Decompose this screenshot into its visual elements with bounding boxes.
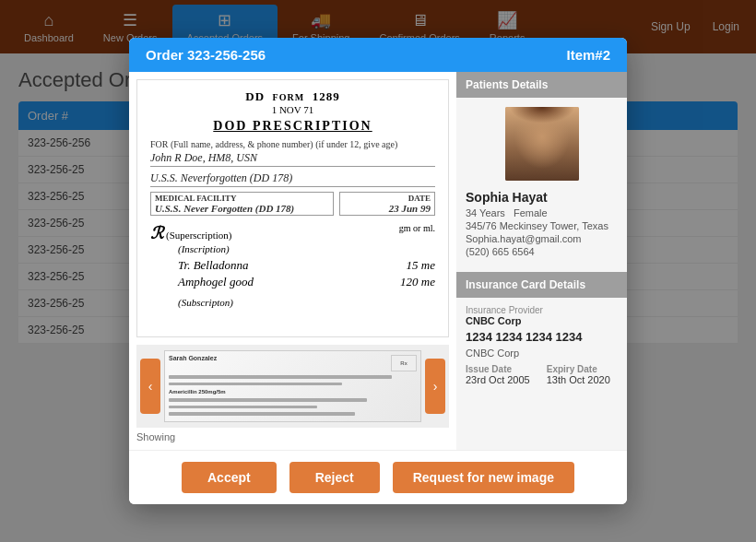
insurance-issue-date: Issue Date 23rd Oct 2005	[466, 364, 530, 385]
order-detail-modal: Order 323-256-256 Item#2 DD FORM 1289	[129, 38, 627, 504]
modal-order-title: Order 323-256-256	[146, 47, 266, 63]
patient-email: Sophia.hayat@gmail.com	[466, 233, 618, 244]
insurance-dates: Issue Date 23rd Oct 2005 Expiry Date 13t…	[466, 364, 618, 385]
carousel-prev-button[interactable]: ‹	[140, 359, 160, 414]
accept-button[interactable]: Accept	[182, 462, 277, 493]
rx-patient-name: John R Doe, HM8, USN	[150, 151, 435, 167]
thumb-content: Sarah Gonzalez Rx Americillin 250mg/5m	[165, 351, 420, 421]
insurance-provider-name: CNBC Corp	[466, 315, 618, 326]
rx-facility-box: MEDICAL FACILITY U.S.S. Never Forgotten …	[150, 192, 334, 216]
insurance-details-header: Insurance Card Details	[456, 272, 627, 298]
reject-button[interactable]: Reject	[289, 462, 380, 493]
modal-patient-panel: Patients Details Sophia Hayat 34 Years F…	[456, 72, 627, 450]
modal-item-label: Item#2	[566, 47, 610, 63]
carousel-next-button[interactable]: ›	[425, 359, 445, 414]
rx-facility-row: MEDICAL FACILITY U.S.S. Never Forgotten …	[150, 192, 435, 216]
image-carousel: ‹ Sarah Gonzalez Rx Americillin 250mg/5m	[136, 345, 449, 428]
rx-drug-list: Tr. Belladonna 15 me Amphogel good 120 m…	[178, 258, 435, 289]
modal-footer: Accept Reject Request for new image	[129, 450, 627, 504]
page-content: Accepted Orders Order # 323-256-256 323-…	[0, 53, 756, 542]
patient-name: Sophia Hayat	[466, 190, 618, 205]
insurance-corp-label: CNBC Corp	[466, 348, 618, 359]
insurance-expiry-date: Expiry Date 13th Oct 2020	[547, 364, 610, 385]
insurance-card-number: 1234 1234 1234 1234	[466, 330, 618, 344]
rx-for-label: FOR (Full name, address, & phone number)…	[150, 139, 435, 149]
patient-info: Sophia Hayat 34 Years Female 345/76 Meck…	[456, 190, 627, 266]
rx-inscription-label: (Inscription)	[178, 243, 435, 254]
prescription-image: DD FORM 1289 1 NOV 71 DOD PRESCRIPTION F…	[136, 79, 449, 337]
patient-phone: (520) 665 6564	[466, 246, 618, 257]
modal-overlay: Order 323-256-256 Item#2 DD FORM 1289	[0, 0, 756, 542]
patient-photo	[505, 107, 579, 181]
rx-drug-1: Tr. Belladonna 15 me	[178, 258, 435, 273]
patient-address: 345/76 Meckinsey Tower, Texas	[466, 220, 618, 231]
patient-age-gender: 34 Years Female	[466, 207, 618, 218]
rx-date-box: DATE 23 Jun 99	[339, 192, 435, 216]
rx-address: U.S.S. Neverforgotten (DD 178)	[150, 171, 435, 187]
carousel-showing-text: Showing	[136, 431, 449, 442]
modal-header: Order 323-256-256 Item#2	[129, 38, 627, 72]
insurance-info: Insurance Provider CNBC Corp 1234 1234 1…	[456, 298, 627, 393]
rx-header: DD FORM 1289 1 NOV 71	[150, 89, 435, 115]
request-new-image-button[interactable]: Request for new image	[393, 462, 574, 493]
rx-superscription: ℛ (Superscription) gm or ml.	[150, 223, 435, 243]
modal-prescription-panel: DD FORM 1289 1 NOV 71 DOD PRESCRIPTION F…	[129, 72, 456, 450]
insurance-provider-label: Insurance Provider	[466, 305, 618, 315]
rx-title: DOD PRESCRIPTION	[150, 119, 435, 134]
patient-photo-visual	[505, 107, 579, 181]
carousel-thumbnail[interactable]: Sarah Gonzalez Rx Americillin 250mg/5m	[164, 350, 421, 422]
patients-details-header: Patients Details	[456, 72, 627, 98]
rx-subscript-label: (Subscripton)	[178, 297, 435, 308]
modal-body: DD FORM 1289 1 NOV 71 DOD PRESCRIPTION F…	[129, 72, 627, 450]
rx-drug-2: Amphogel good 120 me	[178, 275, 435, 289]
